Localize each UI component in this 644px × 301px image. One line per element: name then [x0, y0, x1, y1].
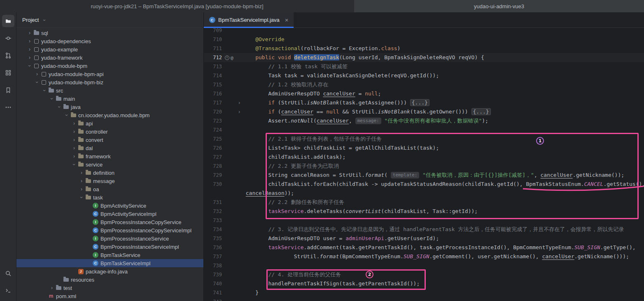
tree-item[interactable]: ›yudao-module-bpm	[16, 62, 203, 70]
line-number[interactable]: 725	[204, 134, 224, 144]
line-number[interactable]: 737	[204, 252, 224, 261]
line-number[interactable]: 742	[204, 297, 224, 301]
code-line[interactable]: 729String cancelReason = StrUtil.format(…	[204, 171, 644, 180]
more-tools-button[interactable]	[2, 101, 14, 113]
code-line[interactable]: 716AdminUserRespDTO cancelUser = null;	[204, 89, 644, 98]
tree-item[interactable]: ›java	[16, 103, 203, 111]
structure-tool-button[interactable]	[2, 67, 14, 79]
code-line[interactable]: 737StrUtil.format(BpmCommentTypeEnum.SUB…	[204, 252, 644, 261]
line-number[interactable]: 738	[204, 261, 224, 270]
tree-item[interactable]: ›main	[16, 95, 203, 103]
tree-chevron-icon[interactable]: ›	[78, 187, 85, 192]
tree-chevron-icon[interactable]: ›	[49, 95, 54, 102]
tree-item[interactable]: CBpmProcessInstanceCopyServiceImpl	[16, 226, 203, 234]
code-line[interactable]: 717›if (StrUtil.isNotBlank(task.getAssig…	[204, 98, 644, 107]
code-line[interactable]: 734// 3. 记录日志到父任务中。先记录日志是因为，通过 handlePar…	[204, 225, 644, 234]
tree-chevron-icon[interactable]: ›	[42, 87, 47, 94]
tree-item[interactable]: mpom.xml	[16, 292, 203, 300]
search-everywhere-button[interactable]	[2, 267, 14, 280]
tree-chevron-icon[interactable]: ›	[26, 39, 33, 44]
tab-bpm-task-service-impl[interactable]: C BpmTaskServiceImpl.java ×	[204, 12, 294, 28]
code-line[interactable]: 728// 2.2 更新子任务为已取消	[204, 162, 644, 171]
code-line[interactable]: 738	[204, 261, 644, 270]
code-line[interactable]: 742	[204, 297, 644, 301]
tree-item[interactable]: ›api	[16, 119, 203, 127]
bookmarks-tool-button[interactable]	[2, 84, 14, 96]
line-number[interactable]: 723	[204, 116, 224, 125]
tree-chevron-icon[interactable]: ›	[78, 170, 85, 175]
tree-item[interactable]: ›task	[16, 193, 203, 201]
tree-chevron-icon[interactable]: ›	[26, 55, 33, 60]
tree-item[interactable]: ›convert	[16, 136, 203, 144]
code-line[interactable]: 733	[204, 216, 644, 225]
line-number[interactable]: 710	[204, 35, 224, 44]
tree-chevron-icon[interactable]: ›	[64, 112, 69, 118]
line-number[interactable]: 741	[204, 288, 224, 297]
line-number[interactable]: 724	[204, 125, 224, 134]
line-number[interactable]: 717	[204, 98, 224, 107]
tree-item[interactable]: ›definition	[16, 169, 203, 177]
tree-item[interactable]: CBpmTaskServiceImpl	[16, 259, 203, 267]
tree-item[interactable]: ›yudao-framework	[16, 53, 203, 62]
pull-requests-tool-button[interactable]	[2, 49, 14, 62]
line-number[interactable]: 714	[204, 71, 224, 80]
tree-item[interactable]: IBpmActivityService	[16, 201, 203, 210]
code-line[interactable]: 740handleParentTaskIfSign(task.getParent…	[204, 279, 644, 288]
fold-arrow-icon[interactable]: ›	[236, 107, 243, 116]
annotation-gutter-icon[interactable]: @	[231, 56, 233, 60]
tree-item[interactable]: ›controller	[16, 127, 203, 136]
line-number[interactable]: 733	[204, 216, 224, 225]
line-number[interactable]: 729	[204, 171, 224, 180]
code-line[interactable]: 714Task task = validateTaskCanSignDelete…	[204, 71, 644, 80]
line-number[interactable]: 736	[204, 243, 224, 252]
terminal-tool-button[interactable]	[2, 285, 14, 297]
chevron-down-icon[interactable]: ›	[42, 17, 47, 23]
tree-chevron-icon[interactable]: ›	[71, 146, 77, 150]
line-number[interactable]: 735	[204, 234, 224, 243]
code-line[interactable]: 730childTaskList.forEach(childTask -> up…	[204, 180, 644, 189]
line-number[interactable]: 727	[204, 153, 224, 162]
code-line[interactable]: 732taskService.deleteTasks(convertList(c…	[204, 207, 644, 216]
tree-item[interactable]: resources	[16, 276, 203, 284]
code-line[interactable]: 720›if (cancelUser == null && StrUtil.is…	[204, 107, 644, 116]
code-line[interactable]: 713// 1.1 校验 task 可以被减签	[204, 62, 644, 71]
line-number[interactable]	[204, 189, 224, 198]
code-line[interactable]: 712↑@public void deleteSignTask(Long use…	[204, 53, 644, 62]
code-line[interactable]: 727childTaskList.add(task);	[204, 153, 644, 162]
tree-item[interactable]: ›oa	[16, 185, 203, 193]
tree-item[interactable]: CBpmActivityServiceImpl	[16, 210, 203, 218]
code-line[interactable]: 715// 1.2 校验取消人存在	[204, 80, 644, 89]
fold-arrow-icon[interactable]: ›	[236, 98, 243, 107]
line-number[interactable]: 712	[204, 53, 224, 62]
tree-item[interactable]: ›yudao-module-bpm-biz	[16, 78, 203, 86]
line-number[interactable]: 731	[204, 198, 224, 207]
line-number[interactable]: 709	[204, 28, 224, 35]
line-number[interactable]: 716	[204, 89, 224, 98]
tree-item[interactable]: IBpmProcessInstanceService	[16, 234, 203, 243]
tree-item[interactable]: Jpackage-info.java	[16, 267, 203, 276]
tree-chevron-icon[interactable]: ›	[35, 79, 40, 86]
tree-item[interactable]: ›service	[16, 160, 203, 169]
line-number[interactable]: 732	[204, 207, 224, 216]
folded-region[interactable]: {...}	[471, 108, 491, 115]
line-number[interactable]: 739	[204, 270, 224, 279]
panel-title[interactable]: Project	[22, 17, 39, 23]
tree-chevron-icon[interactable]: ›	[26, 47, 33, 52]
tree-item[interactable]: ›framework	[16, 152, 203, 160]
tree-item[interactable]: ›dal	[16, 144, 203, 152]
tree-chevron-icon[interactable]: ›	[79, 194, 84, 201]
code-line[interactable]: 709	[204, 28, 644, 35]
implementing-method-icon[interactable]: ↑	[225, 56, 229, 60]
line-number[interactable]: 740	[204, 279, 224, 288]
tree-item[interactable]: IBpmProcessInstanceCopyService	[16, 218, 203, 226]
code-line[interactable]: 736taskService.addComment(task.getParent…	[204, 243, 644, 252]
line-number[interactable]: 734	[204, 225, 224, 234]
tree-item[interactable]: ›test	[16, 284, 203, 292]
line-number[interactable]: 711	[204, 44, 224, 53]
commit-tool-button[interactable]	[2, 32, 14, 44]
code-line[interactable]: 725// 2.1 获得子任务列表，包括子任务的子任务	[204, 134, 644, 144]
tree-chevron-icon[interactable]: ›	[72, 161, 77, 168]
tree-item[interactable]: CBpmProcessInstanceServiceImpl	[16, 243, 203, 251]
tree-chevron-icon[interactable]: ›	[78, 178, 85, 183]
close-icon[interactable]: ×	[285, 16, 289, 23]
